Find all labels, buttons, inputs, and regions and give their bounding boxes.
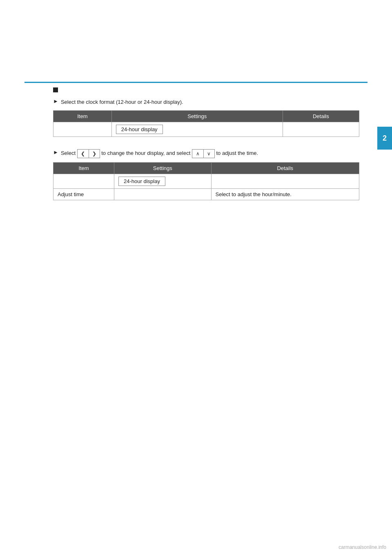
table-2: Item Settings Details 24-hour display <box>53 162 359 200</box>
watermark: carmanualsonline.info <box>339 544 386 550</box>
bullet-square-icon <box>53 87 58 92</box>
table2-col-item: Item <box>53 162 114 174</box>
page: 2 ► Select the clock format (12-hour or … <box>0 0 392 555</box>
section2-description-pre: Select <box>61 149 77 157</box>
arrow-bullet-line-2: ► Select ❮ ❯ to change the hour display,… <box>53 149 359 158</box>
side-tab-label: 2 <box>383 134 387 143</box>
table1-row1-settings: 24-hour display <box>111 122 283 137</box>
settings-box-1: 24-hour display <box>116 125 163 134</box>
table2-row1-details <box>211 174 359 188</box>
table2-row1-item <box>53 174 114 188</box>
nav-left-button[interactable]: ❮ <box>77 149 89 158</box>
up-button[interactable]: ∧ <box>192 149 203 158</box>
down-button[interactable]: ∨ <box>203 149 215 158</box>
table-row: Adjust time Select to adjust the hour/mi… <box>53 188 359 200</box>
table1-col-settings: Settings <box>111 110 283 122</box>
top-rule <box>24 82 368 83</box>
table-row: 24-hour display <box>53 122 359 137</box>
section1-description: Select the clock format (12-hour or 24-h… <box>61 98 183 106</box>
arrow-bullet-line-1: ► Select the clock format (12-hour or 24… <box>53 98 359 106</box>
nav-right-button[interactable]: ❯ <box>89 149 100 158</box>
table-row: 24-hour display <box>53 174 359 188</box>
table2-header-row: Item Settings Details <box>53 162 359 174</box>
arrow-icon-2: ► <box>53 149 58 155</box>
section-2: ► Select ❮ ❯ to change the hour display,… <box>53 149 359 200</box>
arrow-icon-1: ► <box>53 98 58 104</box>
main-content: ► Select the clock format (12-hour or 24… <box>53 86 359 213</box>
table2-row1-settings: 24-hour display <box>114 174 211 188</box>
section2-description-mid: to change the hour display, and select <box>100 149 192 157</box>
table2-col-details: Details <box>211 162 359 174</box>
section-1: ► Select the clock format (12-hour or 24… <box>53 87 359 137</box>
table2-col-settings: Settings <box>114 162 211 174</box>
table2-row2-details: Select to adjust the hour/minute. <box>211 188 359 200</box>
table1-row1-details <box>283 122 359 137</box>
bullet-square-line <box>53 87 359 95</box>
side-tab: 2 <box>377 127 392 150</box>
table1-header-row: Item Settings Details <box>53 110 359 122</box>
section2-description-post: to adjust the time. <box>215 149 258 157</box>
table-1: Item Settings Details 24-hour display <box>53 110 359 137</box>
table2-row2-settings <box>114 188 211 200</box>
table1-col-details: Details <box>283 110 359 122</box>
table2-row2-item: Adjust time <box>53 188 114 200</box>
updown-button-group: ∧ ∨ <box>192 149 215 158</box>
nav-button-group: ❮ ❯ <box>77 149 100 158</box>
table1-col-item: Item <box>53 110 112 122</box>
settings-box-2: 24-hour display <box>118 177 165 186</box>
table1-row1-item <box>53 122 112 137</box>
